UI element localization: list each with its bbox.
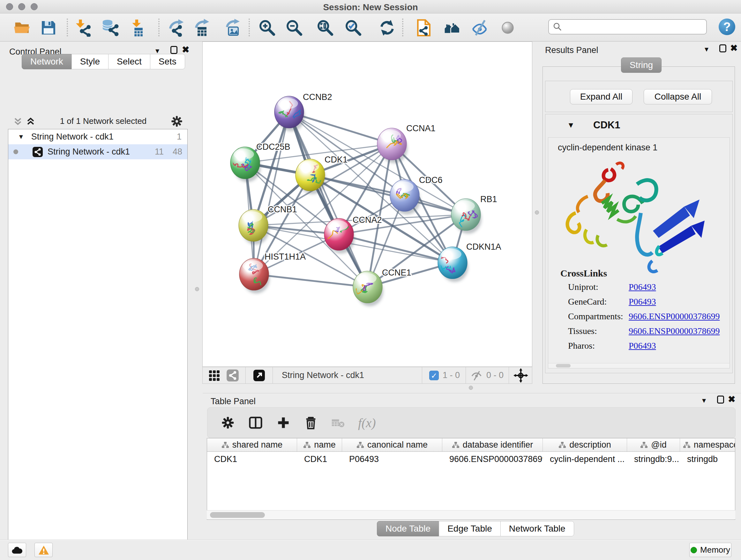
node-CDK1[interactable] xyxy=(295,159,326,194)
node-HIST1H1A[interactable] xyxy=(239,258,270,294)
network-row-selected[interactable]: String Network - cdk1 11 48 xyxy=(8,144,187,159)
column-header-canonical-name[interactable]: canonical name xyxy=(342,438,442,451)
import-network-file-button[interactable] xyxy=(73,18,92,38)
table-panel-float-icon[interactable] xyxy=(717,395,724,403)
node-CCNE1[interactable] xyxy=(353,271,383,306)
table-cell[interactable]: CDK1 xyxy=(207,452,297,466)
network-canvas[interactable]: CCNB2CCNA1CDC25BCDK1CDC6RB1CCNB1CCNA2CDK… xyxy=(202,42,532,367)
table-cell[interactable]: 9606.ENSP00000378699 xyxy=(442,452,543,466)
column-header-namespace[interactable]: namespace xyxy=(680,438,735,451)
network-icon-gray[interactable] xyxy=(226,369,239,382)
crosslink-link[interactable]: P06493 xyxy=(629,341,656,351)
table-cell[interactable]: P06493 xyxy=(342,452,442,466)
grid-view-icon[interactable] xyxy=(208,369,220,382)
bottom-splitter-handle[interactable] xyxy=(469,386,473,390)
show-hide-graphics-button[interactable] xyxy=(470,18,490,38)
edge-HIST1H1A-CCNE1[interactable] xyxy=(254,274,367,287)
warnings-button[interactable] xyxy=(35,543,53,557)
tab-style[interactable]: Style xyxy=(71,54,109,69)
results-panel-close-icon[interactable]: ✖ xyxy=(730,44,738,52)
collapse-all-button[interactable]: Collapse All xyxy=(644,89,712,105)
birds-eye-view-button[interactable] xyxy=(498,18,518,38)
tab-network-table[interactable]: Network Table xyxy=(500,521,574,537)
table-hscrollbar[interactable] xyxy=(207,510,735,519)
import-network-database-button[interactable] xyxy=(100,18,120,38)
node-label-CDC25B: CDC25B xyxy=(256,142,290,152)
zoom-selected-button[interactable] xyxy=(343,18,363,38)
cloud-button[interactable] xyxy=(8,543,26,557)
entry-hscrollbar[interactable] xyxy=(548,363,730,368)
tab-edge-table[interactable]: Edge Table xyxy=(439,521,501,537)
share-document-button[interactable] xyxy=(414,18,434,38)
zoom-out-button[interactable] xyxy=(284,18,304,38)
zoom-fit-button[interactable] xyxy=(315,18,335,38)
node-RB1[interactable] xyxy=(451,199,482,234)
table-panel-close-icon[interactable]: ✖ xyxy=(728,395,735,403)
save-session-button[interactable] xyxy=(39,18,58,38)
help-button[interactable]: ? xyxy=(719,18,735,35)
export-image-button[interactable] xyxy=(223,18,243,38)
scroll-thumb[interactable] xyxy=(556,364,570,368)
add-column-icon[interactable] xyxy=(276,416,290,430)
tab-select[interactable]: Select xyxy=(108,54,150,69)
control-panel-close-icon[interactable]: ✖ xyxy=(182,46,189,54)
search-icon xyxy=(553,22,562,32)
edge-CDK1-RB1[interactable] xyxy=(310,175,466,214)
tab-network[interactable]: Network xyxy=(22,54,72,69)
column-header-shared-name[interactable]: shared name xyxy=(207,438,297,451)
scroll-thumb[interactable] xyxy=(210,512,265,518)
results-panel-float-icon[interactable] xyxy=(719,44,726,52)
selected-checkbox-icon[interactable]: ✓ xyxy=(429,371,439,380)
refresh-view-button[interactable] xyxy=(377,18,397,38)
crosslink-link[interactable]: P06493 xyxy=(629,282,656,292)
home-button[interactable] xyxy=(442,18,462,38)
gear-icon[interactable] xyxy=(221,416,235,430)
gear-icon[interactable] xyxy=(171,115,183,128)
control-panel-float-icon[interactable] xyxy=(171,46,178,54)
string-network-graph[interactable]: CCNB2CCNA1CDC25BCDK1CDC6RB1CCNB1CCNA2CDK… xyxy=(203,42,532,367)
export-network-button[interactable] xyxy=(166,18,186,38)
memory-button[interactable]: Memory xyxy=(689,543,731,557)
table-cell[interactable]: stringdb:9... xyxy=(627,452,680,466)
tree-expand-icon[interactable]: ▼ xyxy=(18,133,24,140)
column-header--id[interactable]: @id xyxy=(627,438,680,451)
table-cell[interactable]: stringdb xyxy=(680,452,735,466)
collapse-all-icon[interactable] xyxy=(12,116,23,127)
node-CCNB2[interactable] xyxy=(274,96,305,131)
crosslink-link[interactable]: 9606.ENSP00000378699 xyxy=(629,311,720,321)
results-panel-menu-icon[interactable]: ▾ xyxy=(704,45,709,54)
expand-all-icon[interactable] xyxy=(25,116,36,127)
expand-all-button[interactable]: Expand All xyxy=(570,89,632,105)
entry-collapse-icon[interactable]: ▼ xyxy=(567,121,575,130)
column-header-name[interactable]: name xyxy=(297,438,342,451)
node-CDC25B[interactable] xyxy=(230,147,261,182)
tab-node-table[interactable]: Node Table xyxy=(377,521,439,537)
table-cell[interactable]: CDK1 xyxy=(297,452,342,466)
tab-string[interactable]: String xyxy=(621,57,662,73)
open-session-button[interactable] xyxy=(12,18,32,38)
network-collection-row[interactable]: ▼ String Network - cdk1 1 xyxy=(8,129,187,144)
hidden-eye-icon[interactable] xyxy=(470,369,483,382)
entry-title[interactable]: CDK1 xyxy=(593,119,620,131)
delete-column-icon[interactable] xyxy=(304,416,318,430)
open-in-new-icon[interactable] xyxy=(253,369,266,382)
node-CDKN1A[interactable] xyxy=(435,247,468,282)
import-table-file-button[interactable] xyxy=(128,18,148,38)
pan-crosshair-icon[interactable] xyxy=(514,368,528,383)
right-splitter-handle[interactable] xyxy=(535,210,539,214)
column-header-description[interactable]: description xyxy=(543,438,627,451)
zoom-in-button[interactable] xyxy=(257,18,277,38)
column-header-database-identifier[interactable]: database identifier xyxy=(442,438,543,451)
crosslink-link[interactable]: 9606.ENSP00000378699 xyxy=(629,326,720,336)
node-CCNB1[interactable] xyxy=(239,209,269,245)
table-row[interactable]: CDK1CDK1P064939606.ENSP00000378699cyclin… xyxy=(207,452,735,466)
node-CCNA1[interactable] xyxy=(377,128,408,163)
tab-sets[interactable]: Sets xyxy=(150,54,185,69)
left-splitter-handle[interactable] xyxy=(195,287,199,291)
search-input[interactable] xyxy=(548,19,707,35)
table-cell[interactable]: cyclin-dependent ... xyxy=(543,452,627,466)
show-columns-icon[interactable] xyxy=(248,415,263,430)
export-table-button[interactable] xyxy=(192,18,212,38)
table-panel-menu-icon[interactable]: ▾ xyxy=(702,396,706,405)
crosslink-link[interactable]: P06493 xyxy=(629,297,656,307)
